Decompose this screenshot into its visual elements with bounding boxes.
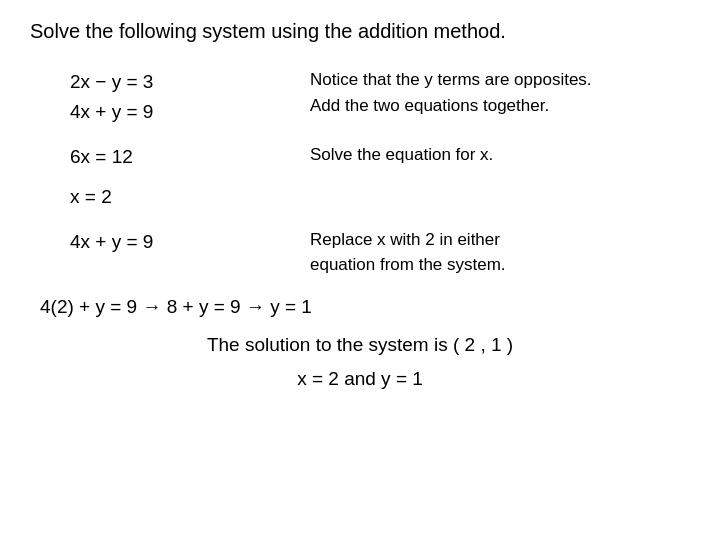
sixx-result: 6x = 12 xyxy=(70,142,290,172)
substitute-notes: Replace x with 2 in either equation from… xyxy=(290,227,690,278)
replace-note-1: Replace x with 2 in either xyxy=(310,227,690,253)
sixx-equation: 6x = 12 xyxy=(30,142,290,172)
sixx-row: 6x = 12 Solve the equation for x. xyxy=(30,142,690,172)
xeq2-equation: x = 2 xyxy=(30,182,290,212)
xeq2-row: x = 2 xyxy=(30,182,690,212)
solution-text: The solution to the system is ( 2 , 1 ) xyxy=(30,334,690,356)
system-equations: 2x − y = 3 4x + y = 9 xyxy=(30,67,290,128)
substitute-equation: 4x + y = 9 xyxy=(70,227,290,257)
expand-row: 4(2) + y = 9 → 8 + y = 9 → y = 1 xyxy=(30,292,690,322)
substitute-eq: 4x + y = 9 xyxy=(30,227,290,257)
expand-equation: 4(2) + y = 9 → 8 + y = 9 → y = 1 xyxy=(40,292,312,322)
sixx-note: Solve the equation for x. xyxy=(290,142,690,168)
substitute-row: 4x + y = 9 Replace x with 2 in either eq… xyxy=(30,227,690,278)
final-answer: x = 2 and y = 1 xyxy=(30,364,690,394)
final-equation: x = 2 and y = 1 xyxy=(297,368,423,389)
system-row: 2x − y = 3 4x + y = 9 Notice that the y … xyxy=(30,67,690,128)
note-opposites: Notice that the y terms are opposites. xyxy=(310,67,690,93)
equation-1: 2x − y = 3 xyxy=(70,67,290,97)
xeq2-result: x = 2 xyxy=(70,182,290,212)
equation-2: 4x + y = 9 xyxy=(70,97,290,127)
note-add: Add the two equations together. xyxy=(310,93,690,119)
system-notes: Notice that the y terms are opposites. A… xyxy=(290,67,690,118)
solve-for-x-note: Solve the equation for x. xyxy=(310,142,690,168)
replace-note-2: equation from the system. xyxy=(310,252,690,278)
page-title: Solve the following system using the add… xyxy=(30,20,690,43)
page: Solve the following system using the add… xyxy=(0,0,720,540)
